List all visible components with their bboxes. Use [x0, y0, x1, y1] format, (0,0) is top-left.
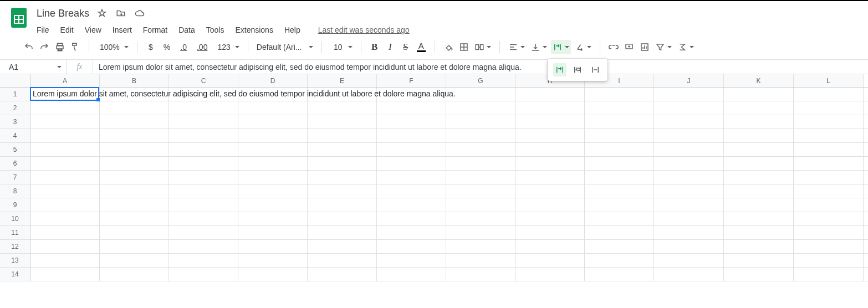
cell-J2[interactable]: [654, 101, 724, 115]
cell-D10[interactable]: [238, 212, 308, 225]
cell-E8[interactable]: [308, 184, 377, 198]
cell-K12[interactable]: [724, 240, 794, 253]
cell-A9[interactable]: [30, 198, 100, 212]
cell-C3[interactable]: [169, 115, 238, 129]
cell-C9[interactable]: [169, 198, 238, 212]
cell-G2[interactable]: [446, 101, 515, 115]
row-header-11[interactable]: 11: [0, 226, 30, 240]
functions-button[interactable]: [676, 40, 696, 54]
move-icon[interactable]: [116, 8, 126, 18]
menu-view[interactable]: View: [85, 25, 101, 34]
cell-J14[interactable]: [654, 268, 724, 281]
column-header-J[interactable]: J: [654, 74, 724, 87]
cell-A11[interactable]: [30, 226, 100, 239]
cell-K2[interactable]: [724, 101, 794, 115]
fill-color-button[interactable]: [442, 40, 455, 54]
cell-C14[interactable]: [169, 268, 238, 281]
cell-B3[interactable]: [100, 115, 169, 129]
cell-C2[interactable]: [169, 101, 238, 115]
cell-J6[interactable]: [654, 157, 724, 170]
cell-E5[interactable]: [308, 143, 377, 156]
currency-button[interactable]: $: [144, 40, 157, 54]
cell-B7[interactable]: [100, 171, 169, 184]
text-rotation-button[interactable]: [573, 40, 593, 54]
insert-link-button[interactable]: [607, 40, 620, 54]
cell-F4[interactable]: [377, 129, 446, 142]
cell-A3[interactable]: [30, 115, 100, 129]
cell-L13[interactable]: [794, 254, 864, 267]
insert-comment-button[interactable]: [622, 40, 636, 54]
column-header-B[interactable]: B: [100, 74, 169, 87]
cell-K8[interactable]: [724, 184, 794, 198]
cell-C11[interactable]: [169, 226, 238, 239]
increase-decimal-button[interactable]: .00: [193, 40, 211, 54]
row-header-10[interactable]: 10: [0, 212, 30, 226]
cell-E13[interactable]: [308, 254, 377, 267]
cell-K1[interactable]: [724, 88, 794, 101]
cell-A6[interactable]: [30, 157, 100, 170]
cell-B10[interactable]: [100, 212, 169, 225]
column-header-G[interactable]: G: [446, 74, 515, 87]
cell-H7[interactable]: [515, 171, 585, 184]
cell-L4[interactable]: [794, 129, 864, 142]
cell-A10[interactable]: [30, 212, 100, 225]
cell-I4[interactable]: [585, 129, 654, 142]
cell-B2[interactable]: [100, 101, 169, 115]
cell-B9[interactable]: [100, 198, 169, 212]
font-size-dropdown[interactable]: 10: [329, 40, 354, 54]
cell-D9[interactable]: [238, 198, 308, 212]
menu-data[interactable]: Data: [178, 25, 195, 34]
cell-L2[interactable]: [794, 101, 864, 115]
cell-D3[interactable]: [238, 115, 308, 129]
number-format-dropdown[interactable]: 123: [213, 40, 241, 54]
row-header-14[interactable]: 14: [0, 268, 30, 281]
cell-D13[interactable]: [238, 254, 308, 267]
menu-format[interactable]: Format: [143, 25, 167, 34]
cell-F13[interactable]: [377, 254, 446, 267]
vertical-align-button[interactable]: [529, 40, 549, 54]
cell-F12[interactable]: [377, 240, 446, 253]
cell-G8[interactable]: [446, 184, 515, 198]
row-header-4[interactable]: 4: [0, 129, 30, 143]
cell-B12[interactable]: [100, 240, 169, 253]
cell-E11[interactable]: [308, 226, 377, 239]
cell-G10[interactable]: [446, 212, 515, 225]
text-wrap-button[interactable]: [551, 40, 571, 54]
cell-J12[interactable]: [654, 240, 724, 253]
cell-L12[interactable]: [794, 240, 864, 253]
cell-E12[interactable]: [308, 240, 377, 253]
decrease-decimal-button[interactable]: .0: [176, 40, 191, 54]
cell-C12[interactable]: [169, 240, 238, 253]
menu-tools[interactable]: Tools: [206, 25, 224, 34]
row-header-13[interactable]: 13: [0, 254, 30, 268]
cell-L9[interactable]: [794, 198, 864, 212]
cell-L11[interactable]: [794, 226, 864, 239]
cell-D6[interactable]: [238, 157, 308, 170]
cell-B6[interactable]: [100, 157, 169, 170]
cell-F10[interactable]: [377, 212, 446, 225]
cell-I1[interactable]: [585, 88, 654, 101]
cell-C13[interactable]: [169, 254, 238, 267]
cell-G4[interactable]: [446, 129, 515, 142]
cell-H2[interactable]: [515, 101, 585, 115]
cell-K3[interactable]: [724, 115, 794, 129]
font-dropdown[interactable]: Default (Ari...: [255, 40, 315, 54]
cell-H11[interactable]: [515, 226, 585, 239]
cloud-status-icon[interactable]: [135, 8, 145, 18]
cell-G11[interactable]: [446, 226, 515, 239]
wrap-clip-option[interactable]: [589, 63, 602, 76]
cell-K9[interactable]: [724, 198, 794, 212]
cell-L6[interactable]: [794, 157, 864, 170]
cell-G1[interactable]: [446, 88, 515, 101]
cell-I11[interactable]: [585, 226, 654, 239]
cell-C7[interactable]: [169, 171, 238, 184]
cell-H12[interactable]: [515, 240, 585, 253]
cell-B13[interactable]: [100, 254, 169, 267]
cell-F9[interactable]: [377, 198, 446, 212]
menu-help[interactable]: Help: [284, 25, 300, 34]
strikethrough-button[interactable]: S: [399, 40, 412, 54]
bold-button[interactable]: B: [368, 40, 381, 54]
cell-L14[interactable]: [794, 268, 864, 281]
undo-button[interactable]: [22, 40, 35, 54]
merge-cells-button[interactable]: [473, 40, 493, 54]
